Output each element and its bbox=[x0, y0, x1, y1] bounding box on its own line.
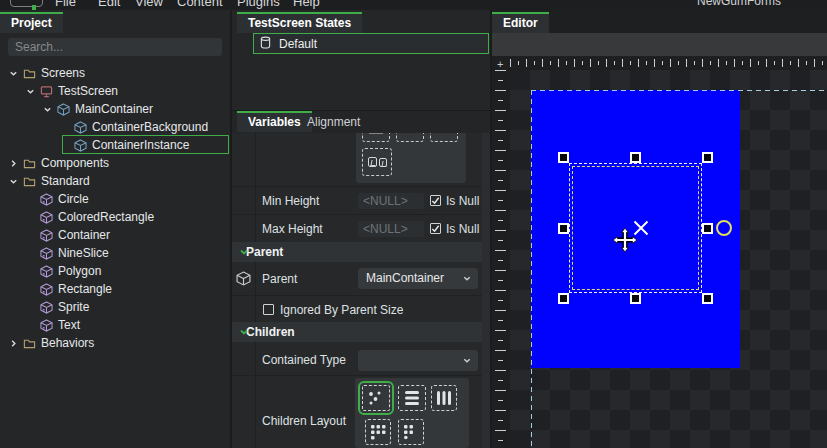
tree-item-label: Sprite bbox=[54, 300, 89, 314]
tree-item-label: Behaviors bbox=[37, 336, 94, 350]
tree-item-container[interactable]: Container bbox=[0, 226, 230, 244]
chevron-down-icon[interactable] bbox=[26, 87, 40, 96]
row-max-height: Max Height <NULL> Is Null bbox=[232, 214, 482, 242]
chevron-down-icon[interactable] bbox=[9, 69, 23, 78]
section-header-parent[interactable]: Parent bbox=[232, 242, 482, 262]
parent-dropdown[interactable]: MainContainer bbox=[358, 268, 478, 289]
units-percentage-button[interactable] bbox=[396, 133, 424, 142]
rotate-handle[interactable] bbox=[716, 220, 732, 236]
resize-handle-middle-right[interactable] bbox=[702, 223, 713, 234]
tab-alignment[interactable]: Alignment bbox=[296, 111, 371, 132]
tree-item-rectangle[interactable]: Rectangle bbox=[0, 280, 230, 298]
element-icon bbox=[40, 319, 54, 332]
layout-auto-grid-vertical-icon bbox=[402, 423, 420, 441]
resize-handle-bottom-left[interactable] bbox=[558, 293, 569, 304]
tree-item-label: Polygon bbox=[54, 264, 101, 278]
variables-scrollbar[interactable] bbox=[482, 133, 490, 448]
tree-item-label: Circle bbox=[54, 192, 89, 206]
chevron-right-icon[interactable] bbox=[9, 339, 23, 348]
resize-handle-middle-left[interactable] bbox=[558, 223, 569, 234]
layout-regular-icon bbox=[366, 389, 386, 407]
height-units-group bbox=[356, 133, 466, 183]
parent-label: Parent bbox=[262, 272, 297, 286]
tree-item-polygon[interactable]: Polygon bbox=[0, 262, 230, 280]
section-header-children[interactable]: Children bbox=[232, 322, 482, 342]
menu-edit[interactable]: Edit bbox=[98, 0, 120, 9]
tree-item-testscreen[interactable]: TestScreen bbox=[0, 82, 230, 100]
tree-item-components[interactable]: Components bbox=[0, 154, 230, 172]
tree-item-circle[interactable]: Circle bbox=[0, 190, 230, 208]
chevron-down-icon[interactable] bbox=[43, 105, 57, 114]
resize-handle-top-right[interactable] bbox=[702, 152, 713, 163]
font-scale-large-icon bbox=[368, 157, 377, 167]
resize-handle-bottom-right[interactable] bbox=[702, 293, 713, 304]
units-relative-to-children-button[interactable] bbox=[362, 148, 392, 176]
resize-handle-top-center[interactable] bbox=[630, 152, 641, 163]
search-input[interactable] bbox=[8, 38, 222, 56]
row-parent: Parent MainContainer bbox=[232, 262, 482, 295]
move-cursor-icon bbox=[612, 227, 638, 253]
tree-item-nineslice[interactable]: NineSlice bbox=[0, 244, 230, 262]
element-icon bbox=[40, 247, 54, 260]
units-relative-to-container-button[interactable] bbox=[362, 133, 390, 142]
menu-file[interactable]: File bbox=[55, 0, 76, 9]
menu-content[interactable]: Content bbox=[177, 0, 223, 9]
folder-icon bbox=[23, 67, 37, 80]
min-height-is-null-checkbox[interactable] bbox=[430, 195, 441, 206]
tree-item-label: ColoredRectangle bbox=[54, 210, 154, 224]
screen-bounds-left-dashed-line bbox=[531, 90, 532, 448]
children-layout-label: Children Layout bbox=[262, 414, 346, 428]
contained-type-label: Contained Type bbox=[262, 353, 346, 367]
layout-horizontal-stack-button[interactable] bbox=[431, 385, 457, 411]
folder-icon bbox=[23, 175, 37, 188]
section-chevron-down-icon[interactable] bbox=[239, 247, 249, 257]
tree-item-screens[interactable]: Screens bbox=[0, 64, 230, 82]
tree-item-label: Components bbox=[37, 156, 109, 170]
resize-handle-top-left[interactable] bbox=[558, 152, 569, 163]
menu-view[interactable]: View bbox=[135, 0, 163, 9]
tab-project[interactable]: Project bbox=[0, 12, 63, 33]
variables-content: Min Height <NULL> Is Null Max Height <NU… bbox=[232, 133, 490, 448]
tree-item-behaviors[interactable]: Behaviors bbox=[0, 334, 230, 352]
tree-item-sprite[interactable]: Sprite bbox=[0, 298, 230, 316]
tree-item-maincontainer[interactable]: MainContainer bbox=[0, 100, 230, 118]
layout-regular-button[interactable] bbox=[362, 385, 390, 411]
tab-editor[interactable]: Editor bbox=[492, 12, 549, 33]
layout-auto-grid-horizontal-icon bbox=[369, 423, 387, 441]
element-icon bbox=[40, 229, 54, 242]
menu-plugins[interactable]: Plugins bbox=[237, 0, 280, 9]
max-height-is-null-checkbox[interactable] bbox=[430, 223, 441, 234]
section-chevron-down-icon[interactable] bbox=[239, 327, 249, 337]
layout-auto-grid-horizontal-button[interactable] bbox=[365, 419, 391, 445]
tree-item-label: Text bbox=[54, 318, 80, 332]
editor-panel: Editor + bbox=[492, 10, 827, 448]
chevron-down-icon[interactable] bbox=[9, 177, 23, 186]
menu-help[interactable]: Help bbox=[293, 0, 320, 9]
folder-icon bbox=[23, 157, 37, 170]
check-icon bbox=[431, 224, 440, 233]
contained-type-dropdown[interactable] bbox=[358, 350, 478, 371]
tree-item-containerbackground[interactable]: ContainerBackground bbox=[0, 118, 230, 136]
tree-item-standard[interactable]: Standard bbox=[0, 172, 230, 190]
element-icon bbox=[40, 193, 54, 206]
layout-vertical-stack-button[interactable] bbox=[398, 385, 426, 411]
editor-canvas[interactable] bbox=[510, 70, 827, 448]
tree-item-text[interactable]: Text bbox=[0, 316, 230, 334]
check-icon bbox=[431, 196, 440, 205]
parent-dropdown-value: MainContainer bbox=[366, 271, 444, 285]
max-height-is-null-label: Is Null bbox=[446, 222, 479, 236]
chevron-right-icon[interactable] bbox=[9, 159, 23, 168]
chevron-down-icon bbox=[462, 356, 472, 365]
min-height-input[interactable]: <NULL> bbox=[358, 193, 424, 209]
project-panel: Project Screens TestScreen MainContainer… bbox=[0, 10, 230, 448]
tree-item-coloredrectangle[interactable]: ColoredRectangle bbox=[0, 208, 230, 226]
container-cube-icon bbox=[74, 121, 88, 134]
units-ratio-button[interactable] bbox=[430, 133, 458, 142]
resize-handle-bottom-center[interactable] bbox=[630, 293, 641, 304]
min-height-is-null-label: Is Null bbox=[446, 194, 479, 208]
max-height-input[interactable]: <NULL> bbox=[358, 221, 424, 237]
folder-icon bbox=[23, 337, 37, 350]
ignored-by-parent-size-checkbox[interactable] bbox=[263, 304, 274, 315]
layout-auto-grid-vertical-button[interactable] bbox=[398, 419, 424, 445]
tree-item-label: TestScreen bbox=[54, 84, 118, 98]
